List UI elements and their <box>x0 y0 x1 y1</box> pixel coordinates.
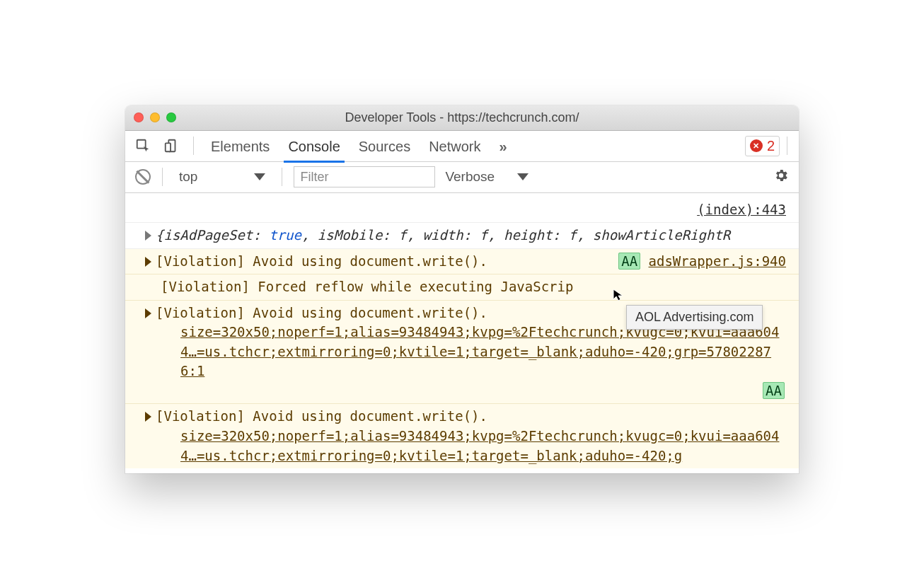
error-count: 2 <box>767 138 775 154</box>
mouse-cursor-icon <box>612 288 626 302</box>
context-label: top <box>179 169 197 185</box>
inspect-element-icon[interactable] <box>135 138 151 154</box>
log-message: [Violation] Avoid using document.write()… <box>156 408 487 424</box>
traffic-lights <box>134 112 176 122</box>
device-toolbar-icon[interactable] <box>163 138 179 154</box>
log-message: [Violation] Forced reflow while executin… <box>161 279 573 294</box>
toolbar-divider <box>162 168 163 186</box>
devtools-window: Developer Tools - https://techcrunch.com… <box>125 105 799 473</box>
console-toolbar: top Verbose <box>125 162 799 193</box>
filter-input[interactable] <box>294 166 435 187</box>
toolbar-divider <box>787 137 787 155</box>
close-window-button[interactable] <box>134 112 144 122</box>
log-row-object[interactable]: {isAdPageSet: true, isMobile: f, width: … <box>125 223 799 249</box>
toolbar-divider <box>193 137 194 155</box>
window-title: Developer Tools - https://techcrunch.com… <box>125 110 799 125</box>
error-icon <box>750 139 763 152</box>
source-link[interactable]: adsWrapper.js:940 <box>649 253 786 269</box>
disclosure-triangle-icon[interactable] <box>145 231 151 241</box>
log-message: [Violation] Avoid using document.write()… <box>156 253 487 269</box>
tabs-overflow-button[interactable]: » <box>497 139 510 162</box>
chevron-down-icon <box>254 173 265 180</box>
log-row-violation[interactable]: [Violation] Avoid using document.write()… <box>125 404 799 468</box>
log-row-violation[interactable]: [Violation] Forced reflow while executin… <box>125 274 799 301</box>
settings-icon[interactable] <box>773 168 789 187</box>
source-link-row: (index):443 <box>125 197 799 224</box>
minimize-window-button[interactable] <box>150 112 160 122</box>
disclosure-triangle-icon[interactable] <box>145 412 151 422</box>
chevron-down-icon <box>517 173 529 180</box>
disclosure-triangle-icon[interactable] <box>145 308 151 318</box>
context-selector[interactable]: top <box>174 167 270 187</box>
badge-tooltip: AOL Advertising.com <box>626 305 763 330</box>
tab-sources[interactable]: Sources <box>356 139 413 162</box>
source-link[interactable]: (index):443 <box>697 200 786 220</box>
devtools-toolbar: Elements Console Sources Network » 2 <box>125 131 799 162</box>
log-message: [Violation] Avoid using document.write()… <box>156 305 487 320</box>
tab-elements[interactable]: Elements <box>208 139 272 162</box>
clear-console-icon[interactable] <box>135 169 151 185</box>
source-link[interactable]: size=320x50;noperf=1;alias=93484943;kvpg… <box>180 324 779 378</box>
titlebar: Developer Tools - https://techcrunch.com… <box>125 105 799 131</box>
disclosure-triangle-icon[interactable] <box>145 257 151 267</box>
toolbar-divider <box>282 168 282 186</box>
source-link[interactable]: size=320x50;noperf=1;alias=93484943;kvpg… <box>180 428 779 463</box>
zoom-window-button[interactable] <box>166 112 176 122</box>
log-row-violation[interactable]: [Violation] Avoid using document.write()… <box>125 249 799 275</box>
product-badge[interactable]: AA <box>763 382 785 399</box>
log-level-label: Verbose <box>445 169 495 185</box>
svg-rect-2 <box>166 143 171 151</box>
log-level-selector[interactable]: Verbose <box>445 169 529 185</box>
tab-console[interactable]: Console <box>285 139 342 162</box>
console-output: (index):443 {isAdPageSet: true, isMobile… <box>125 193 799 473</box>
product-badge[interactable]: AA <box>618 253 640 270</box>
tab-network[interactable]: Network <box>426 139 483 162</box>
error-indicator[interactable]: 2 <box>745 136 780 156</box>
